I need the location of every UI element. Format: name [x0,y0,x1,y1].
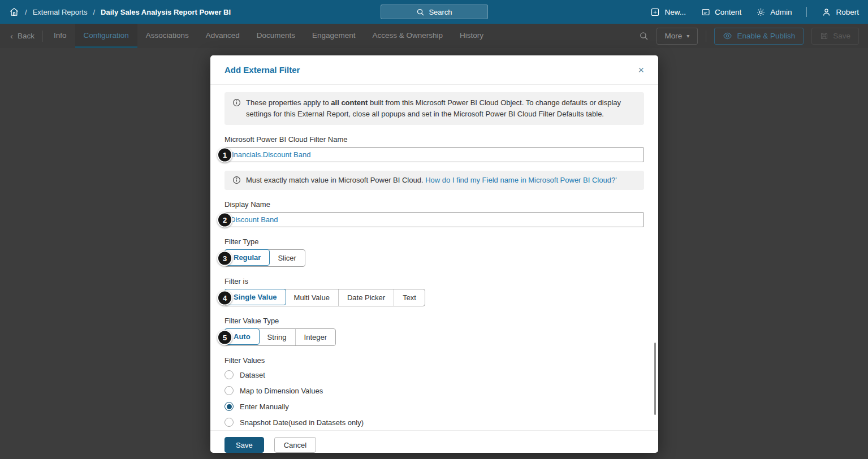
toolbar-save-button[interactable]: Save [811,28,859,45]
content-menu-item[interactable]: Content [701,7,741,17]
toolbar-save-label: Save [833,32,850,40]
breadcrumb: / External Reports / Daily Sales Analysi… [9,7,231,17]
enable-publish-button[interactable]: Enable & Publish [714,28,804,45]
eye-icon [723,31,732,41]
modal-body: These properties apply to all content bu… [210,85,658,430]
toolbar-divider [42,31,43,42]
filter-values-radio-group: Dataset Map to Dimension Values Enter Ma… [224,367,644,430]
info-icon [232,98,241,120]
search-icon [416,8,425,16]
match-banner: Must exactly match value in Microsoft Po… [224,171,644,190]
save-disk-icon [820,32,828,40]
display-name-row: 2 [224,212,644,227]
filter-values-label: Filter Values [224,356,644,365]
match-banner-text: Must exactly match value in Microsoft Po… [246,175,617,186]
radio-circle-icon [224,386,234,395]
back-button[interactable]: ‹ Back [10,24,42,48]
filter-value-type-label: Filter Value Type [224,317,644,325]
radio-snapshot-date[interactable]: Snapshot Date(used in Datasets only) [224,414,644,430]
info-banner-text: These properties apply to all content bu… [246,97,636,120]
toolbar-divider [706,31,706,42]
filter-value-type-segmented: Auto String Integer [224,328,336,346]
filter-type-label: Filter Type [224,237,644,246]
radio-circle-icon [224,370,234,379]
content-menu-label: Content [715,8,741,16]
toolbar-search-icon[interactable] [639,31,649,41]
filter-is-option-text[interactable]: Text [394,289,425,306]
top-bar: / External Reports / Daily Sales Analysi… [0,0,868,24]
gear-icon [756,7,766,17]
radio-map-label: Map to Dimension Values [240,387,323,395]
filter-value-type-row: 5 Auto String Integer [224,328,336,346]
user-menu-item[interactable]: Robert [822,7,859,17]
home-icon[interactable] [9,7,19,17]
radio-map-to-dimension-values[interactable]: Map to Dimension Values [224,383,644,399]
radio-snapshot-date-label: Snapshot Date(used in Datasets only) [240,418,364,427]
tab-engagement[interactable]: Engagement [304,24,364,48]
filter-is-label: Filter is [224,277,644,285]
filter-type-row: 3 Regular Slicer [224,249,305,267]
filter-is-segmented: Single Value Multi Value Date Picker Tex… [224,289,425,306]
info-banner: These properties apply to all content bu… [224,92,644,125]
content-icon [701,7,710,17]
tab-history[interactable]: History [451,24,492,48]
radio-enter-manually-label: Enter Manually [240,402,289,411]
toolbar-actions: More ▾ Enable & Publish Save [639,24,859,48]
radio-circle-icon [224,418,234,427]
top-menu: New... Content Admin Robert [650,7,859,17]
filter-value-type-option-string[interactable]: String [259,329,296,345]
filter-name-label: Microsoft Power BI Cloud Filter Name [224,135,644,144]
filter-name-row: 1 [224,147,644,162]
display-name-input[interactable] [224,212,644,227]
filter-is-option-date-picker[interactable]: Date Picker [339,289,394,306]
modal-scrollbar-thumb[interactable] [654,343,656,415]
modal-footer: Save Cancel [210,430,658,459]
filter-value-type-option-integer[interactable]: Integer [296,329,335,345]
breadcrumb-section[interactable]: External Reports [33,8,88,16]
filter-type-segmented: Regular Slicer [224,249,305,267]
tab-associations[interactable]: Associations [137,24,197,48]
field-name-help-link[interactable]: How do I find my Field name in Microsoft… [425,176,616,184]
tab-bar: Info Configuration Associations Advanced… [45,24,492,48]
tab-info[interactable]: Info [45,24,75,48]
search-label: Search [429,8,452,16]
close-icon[interactable]: × [638,65,644,75]
global-search[interactable]: Search [381,5,488,19]
new-menu-item[interactable]: New... [650,7,686,17]
breadcrumb-separator: / [93,8,95,16]
modal-header: Add External Filter × [210,55,658,85]
step-badge-4: 4 [217,290,232,305]
tab-configuration[interactable]: Configuration [75,24,137,48]
tab-access-ownership[interactable]: Access & Ownership [364,24,452,48]
back-label: Back [18,32,34,40]
add-external-filter-modal: Add External Filter × These properties a… [210,55,658,453]
person-icon [822,7,831,17]
step-badge-3: 3 [217,250,232,266]
breadcrumb-page-title: Daily Sales Analysis Report Power BI [101,8,231,16]
filter-is-option-multi-value[interactable]: Multi Value [286,289,339,306]
display-name-label: Display Name [224,200,644,209]
step-badge-5: 5 [217,330,232,345]
breadcrumb-separator: / [25,8,27,16]
more-label: More [665,32,683,40]
step-badge-1: 1 [217,147,232,162]
info-icon [232,176,241,186]
enable-publish-label: Enable & Publish [737,32,795,40]
radio-circle-icon [224,402,234,411]
tab-advanced[interactable]: Advanced [197,24,248,48]
user-menu-label: Robert [836,8,859,16]
more-button[interactable]: More ▾ [657,28,698,45]
tab-documents[interactable]: Documents [248,24,304,48]
radio-dataset-label: Dataset [240,371,265,379]
admin-menu-label: Admin [770,8,792,16]
admin-menu-item[interactable]: Admin [756,7,792,17]
modal-save-button[interactable]: Save [224,437,264,453]
filter-is-option-single-value[interactable]: Single Value [224,289,286,305]
filter-name-input[interactable] [224,147,644,162]
filter-is-row: 4 Single Value Multi Value Date Picker T… [224,289,425,306]
modal-cancel-button[interactable]: Cancel [274,437,316,453]
filter-type-option-slicer[interactable]: Slicer [269,250,305,266]
radio-dataset[interactable]: Dataset [224,367,644,383]
plus-square-icon [650,7,660,17]
radio-enter-manually[interactable]: Enter Manually [224,399,644,414]
